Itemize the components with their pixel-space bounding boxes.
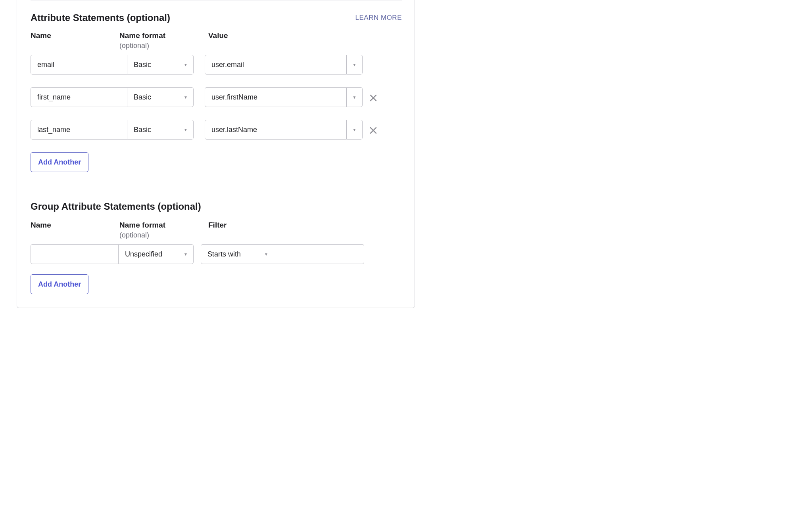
- group-filter-value-input[interactable]: [274, 244, 364, 264]
- attribute-format-select[interactable]: Basic ▼: [127, 87, 194, 107]
- header-name: Name: [31, 31, 119, 40]
- learn-more-link[interactable]: LEARN MORE: [355, 14, 402, 22]
- attribute-table-headers: Name Name format (optional) Value: [31, 31, 402, 50]
- add-another-attribute-button[interactable]: Add Another: [31, 152, 88, 172]
- attribute-value-text: user.email: [211, 61, 244, 69]
- attribute-row: Basic ▼ user.email ▼: [31, 55, 402, 75]
- chevron-down-icon: ▼: [353, 128, 357, 132]
- chevron-down-icon: ▼: [184, 128, 188, 132]
- chevron-down-icon: ▼: [184, 95, 188, 100]
- attribute-value-select[interactable]: user.firstName: [205, 87, 347, 107]
- attribute-value-select[interactable]: user.email: [205, 55, 347, 75]
- attribute-row: Basic ▼ user.firstName ▼: [31, 87, 402, 107]
- header-name-format-sub: (optional): [119, 42, 208, 50]
- group-table-headers: Name Name format (optional) Filter: [31, 221, 402, 239]
- close-icon: [370, 94, 377, 101]
- attribute-value-select[interactable]: user.lastName: [205, 120, 347, 140]
- add-another-group-button[interactable]: Add Another: [31, 274, 88, 294]
- close-icon: [370, 127, 377, 134]
- chevron-down-icon: ▼: [353, 63, 357, 67]
- attribute-statements-title: Attribute Statements (optional): [31, 12, 170, 23]
- attribute-value-text: user.firstName: [211, 93, 257, 101]
- attribute-name-input[interactable]: [31, 87, 127, 107]
- header-value: Value: [208, 31, 367, 40]
- group-attribute-statements-title: Group Attribute Statements (optional): [31, 201, 402, 212]
- group-filter-type-value: Starts with: [207, 250, 241, 258]
- attribute-value-dropdown-button[interactable]: ▼: [347, 55, 363, 75]
- chevron-down-icon: ▼: [353, 95, 357, 100]
- attribute-value-dropdown-button[interactable]: ▼: [347, 120, 363, 140]
- remove-row-button[interactable]: [370, 91, 377, 103]
- attribute-value-dropdown-button[interactable]: ▼: [347, 87, 363, 107]
- group-filter-type-select[interactable]: Starts with ▼: [201, 244, 274, 264]
- header-name-format: Name format: [119, 31, 208, 40]
- attribute-name-input[interactable]: [31, 120, 127, 140]
- chevron-down-icon: ▼: [184, 63, 188, 67]
- group-format-select[interactable]: Unspecified ▼: [118, 244, 194, 264]
- attribute-name-input[interactable]: [31, 55, 127, 75]
- attribute-row: Basic ▼ user.lastName ▼: [31, 120, 402, 140]
- attribute-statements-header: Attribute Statements (optional) LEARN MO…: [31, 12, 402, 23]
- attribute-format-value: Basic: [134, 126, 151, 134]
- attribute-format-value: Basic: [134, 61, 151, 69]
- top-divider: [31, 0, 402, 0]
- group-format-value: Unspecified: [125, 250, 162, 258]
- group-header-name: Name: [31, 221, 119, 230]
- section-divider: [31, 188, 402, 188]
- group-attribute-row: Unspecified ▼ Starts with ▼: [31, 244, 402, 264]
- chevron-down-icon: ▼: [264, 252, 268, 256]
- group-header-name-format: Name format: [119, 221, 208, 230]
- attribute-format-select[interactable]: Basic ▼: [127, 120, 194, 140]
- attribute-value-text: user.lastName: [211, 126, 257, 134]
- chevron-down-icon: ▼: [184, 252, 188, 256]
- group-name-input[interactable]: [31, 244, 118, 264]
- attribute-format-value: Basic: [134, 93, 151, 101]
- remove-row-button[interactable]: [370, 124, 377, 136]
- settings-panel: Attribute Statements (optional) LEARN MO…: [17, 0, 415, 308]
- group-header-filter: Filter: [208, 221, 367, 230]
- attribute-format-select[interactable]: Basic ▼: [127, 55, 194, 75]
- group-header-name-format-sub: (optional): [119, 231, 208, 239]
